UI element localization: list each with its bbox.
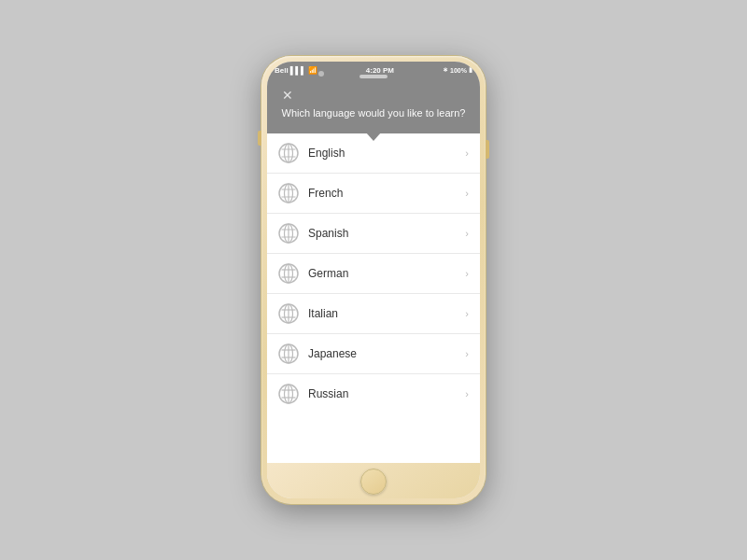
language-icon-japanese: [278, 343, 299, 364]
wifi-icon: 📶: [308, 66, 317, 75]
language-label-japanese: Japanese: [308, 347, 465, 360]
language-label-french: French: [308, 187, 465, 200]
language-label-spanish: Spanish: [308, 227, 465, 240]
language-label-english: English: [308, 147, 465, 160]
home-button-area: [267, 463, 480, 498]
status-left: Bell ▌▌▌ 📶: [275, 66, 317, 75]
chevron-german-icon: ›: [465, 268, 469, 279]
phone-frame: Bell ▌▌▌ 📶 4:20 PM ∗ 100% ▮ ✕ Which lang…: [261, 56, 486, 504]
status-time: 4:20 PM: [366, 66, 394, 75]
power-button: [486, 140, 489, 159]
language-list: English › French ›: [267, 133, 480, 463]
language-item-french[interactable]: French ›: [267, 174, 480, 214]
carrier-text: Bell: [275, 66, 289, 75]
chevron-spanish-icon: ›: [465, 228, 469, 239]
header-arrow: [366, 133, 381, 141]
language-icon-russian: [278, 384, 299, 404]
chevron-french-icon: ›: [465, 188, 469, 199]
status-right: ∗ 100% ▮: [443, 66, 472, 74]
language-item-japanese[interactable]: Japanese ›: [267, 334, 480, 374]
chevron-italian-icon: ›: [465, 308, 469, 319]
chevron-russian-icon: ›: [465, 388, 469, 399]
language-icon-spanish: [278, 223, 299, 244]
language-item-german[interactable]: German ›: [267, 254, 480, 294]
language-icon-french: [278, 183, 299, 203]
header-title: Which language would you like to learn?: [280, 106, 467, 120]
language-icon-italian: [278, 303, 299, 324]
language-item-spanish[interactable]: Spanish ›: [267, 214, 480, 254]
language-label-russian: Russian: [308, 387, 465, 400]
language-icon-english: [278, 143, 299, 163]
header: ✕ Which language would you like to learn…: [267, 78, 480, 133]
language-item-italian[interactable]: Italian ›: [267, 294, 480, 334]
phone-screen: Bell ▌▌▌ 📶 4:20 PM ∗ 100% ▮ ✕ Which lang…: [267, 62, 480, 498]
battery-icon: ▮: [469, 66, 472, 74]
signal-icon: ▌▌▌: [290, 66, 306, 75]
chevron-japanese-icon: ›: [465, 348, 469, 359]
volume-button: [258, 131, 261, 146]
battery-text: 100%: [450, 67, 467, 74]
home-button[interactable]: [360, 469, 387, 495]
language-label-german: German: [308, 267, 465, 280]
speaker: [359, 75, 388, 78]
chevron-english-icon: ›: [465, 147, 469, 159]
bluetooth-icon: ∗: [443, 66, 448, 74]
language-item-russian[interactable]: Russian ›: [267, 374, 480, 413]
language-label-italian: Italian: [308, 307, 465, 320]
camera: [318, 71, 324, 77]
close-button[interactable]: ✕: [280, 88, 295, 103]
language-icon-german: [278, 263, 299, 284]
